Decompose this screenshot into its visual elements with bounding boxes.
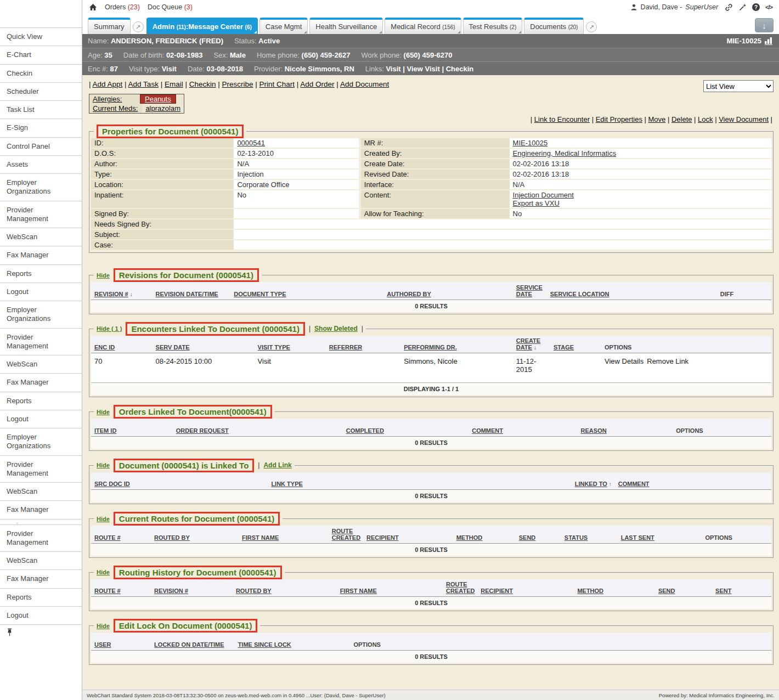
allergy-label-link-allergies[interactable]: Allergies: [93,95,122,103]
action-link-checkin[interactable]: Checkin [189,80,216,88]
column-header-recipient[interactable]: RECIPIENT [363,526,453,543]
code-icon[interactable]: </> [765,4,772,10]
action-link-add-appt[interactable]: Add Appt [93,80,123,88]
sidebar-item-logout[interactable]: Logout [0,410,82,428]
column-header-route[interactable]: ROUTE # [91,579,151,597]
doc-link-edit-properties[interactable]: Edit Properties [596,115,642,123]
sidebar-item-webscan[interactable]: WebScan [0,551,82,569]
sidebar-item-provider-management[interactable]: Provider Management [0,524,82,552]
sidebar-item-task-list[interactable]: Task List [0,100,82,118]
tab-case-mgmt[interactable]: Case Mgmt [259,18,308,34]
column-header-document-type[interactable]: DOCUMENT TYPE [230,282,383,300]
sidebar-item-logout[interactable]: Logout [0,283,82,301]
column-header-locked-on-date-time[interactable]: LOCKED ON DATE/TIME [151,633,235,650]
column-header-first-name[interactable]: FIRST NAME [239,526,329,543]
sidebar-item-reports[interactable]: Reports [0,588,82,606]
tab-test-results-2[interactable]: Test Results (2) [463,18,523,34]
hide-link[interactable]: Hide [97,623,110,629]
link-icon[interactable] [725,3,733,12]
patient-link-view-visit[interactable]: View Visit [407,65,440,73]
action-link-prescribe[interactable]: Prescribe [222,80,253,88]
allergy-label-link-current-meds[interactable]: Current Meds: [93,104,138,112]
doc-link-link-to-encounter[interactable]: Link to Encounter [534,115,590,123]
sidebar-item-provider-management[interactable]: Provider Management [0,201,82,228]
column-header-last-sent[interactable]: LAST SENT [618,526,702,543]
column-header-visit-type[interactable]: VISIT TYPE [255,336,326,353]
row-action-remove-link[interactable]: Remove Link [647,357,688,365]
help-icon[interactable]: ? [752,3,760,11]
column-header-create-date[interactable]: CREATE DATE↓ [513,336,550,353]
tab-medical-record-156[interactable]: Medical Record (156) [385,18,461,34]
sidebar-item-scheduler[interactable]: Scheduler [0,82,82,100]
column-header-routed-by[interactable]: ROUTED BY [233,579,337,597]
column-header-revision[interactable]: REVISION # [151,579,233,597]
tab-summary[interactable]: Summary [88,18,131,34]
column-header-first-name[interactable]: FIRST NAME [337,579,443,597]
column-header-route[interactable]: ROUTE # [91,526,151,543]
tab-health-surveillance[interactable]: Health Surveillance [309,18,383,34]
sidebar-item-webscan[interactable]: WebScan [0,482,82,500]
column-header-user[interactable]: USER [91,633,151,650]
column-header-service-date[interactable]: SERVICE DATE [513,282,547,300]
tab-expander-icon[interactable]: ↗ [586,21,597,32]
column-header-service-location[interactable]: SERVICE LOCATION [547,282,717,300]
sidebar-item-reports[interactable]: Reports [0,264,82,283]
column-header-stage[interactable]: STAGE [550,336,601,353]
sidebar-item-employer-organizations[interactable]: Employer Organizations [0,173,82,201]
user-menu[interactable]: David, Dave - SuperUser [630,3,718,11]
column-header-method[interactable]: METHOD [453,526,516,543]
section-link-add-link[interactable]: Add Link [263,461,291,469]
column-header-reason[interactable]: REASON [578,419,673,436]
hide-link[interactable]: Hide [97,569,110,575]
column-header-status[interactable]: STATUS [561,526,618,543]
sidebar-item-reports[interactable]: Reports [0,392,82,410]
sidebar-item-fax-manager[interactable]: Fax Manager [0,373,82,391]
section-link-show-deleted[interactable]: Show Deleted [314,325,358,332]
column-header-authored-by[interactable]: AUTHORED BY [383,282,513,300]
cell-options[interactable]: View DetailsRemove Link [601,353,771,383]
column-header-comment[interactable]: COMMENT [615,472,771,490]
allergy-value-link-peanuts[interactable]: Peanuts [145,95,171,103]
column-header-method[interactable]: METHOD [574,579,655,597]
doc-link-delete[interactable]: Delete [671,115,692,123]
column-header-link-type[interactable]: LINK TYPE [268,472,424,490]
column-header-sent[interactable]: SENT [712,579,771,597]
action-link-print-chart[interactable]: Print Chart [259,80,295,88]
sidebar-pin[interactable] [0,624,82,642]
column-header-routed-by[interactable]: ROUTED BY [151,526,239,543]
column-header-src-doc-id[interactable]: SRC DOC ID [91,472,268,490]
column-header-comment[interactable]: COMMENT [468,419,577,436]
column-header-order-request[interactable]: ORDER REQUEST [173,419,343,436]
sidebar-item-e-chart[interactable]: E-Chart [0,46,82,64]
property-link-mie-10025[interactable]: MIE-10025 [513,139,548,147]
home-icon[interactable] [89,3,97,11]
hide-link[interactable]: Hide [97,516,110,522]
download-button[interactable]: ↓ [755,18,774,32]
hide-link[interactable]: Hide [97,409,110,415]
view-mode-select[interactable]: List View [703,80,774,92]
column-header-linked-to[interactable]: LINKED TO↑ [425,472,615,490]
patient-link-checkin[interactable]: Checkin [446,65,474,73]
sidebar-item-webscan[interactable]: WebScan [0,228,82,246]
sidebar-item-assets[interactable]: Assets [0,155,82,173]
action-link-add-order[interactable]: Add Order [300,80,334,88]
action-link-add-task[interactable]: Add Task [128,80,159,88]
hide-link[interactable]: Hide [97,462,110,468]
sidebar-item-logout[interactable]: Logout [0,606,82,624]
chart-icon[interactable] [765,37,774,45]
column-header-completed[interactable]: COMPLETED [343,419,468,436]
action-link-add-document[interactable]: Add Document [340,80,389,88]
sidebar-item-webscan[interactable]: WebScan [0,355,82,373]
property-link-engineering-medical-informatics[interactable]: Engineering, Medical Informatics [513,149,617,157]
sidebar-item-fax-manager[interactable]: Fax Manager [0,246,82,264]
sidebar-item-e-sign[interactable]: E-Sign [0,118,82,137]
sidebar-item-quick-view[interactable]: Quick View [0,27,82,46]
doc-link-view-document[interactable]: View Document [719,115,769,123]
tab-expander-icon[interactable]: ↗ [133,21,144,32]
wand-icon[interactable] [738,3,747,12]
column-header-route-created[interactable]: ROUTE CREATED [329,526,363,543]
column-header-revision[interactable]: REVISION #↓ [91,282,153,300]
column-header-time-since-lock[interactable]: TIME SINCE LOCK [235,633,351,650]
sidebar-item-employer-organizations[interactable]: Employer Organizations [0,301,82,328]
hide-link[interactable]: Hide [97,272,110,279]
